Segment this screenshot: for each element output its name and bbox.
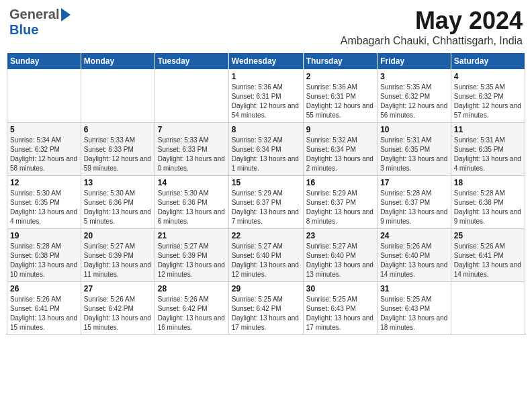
logo: General Blue bbox=[9, 7, 71, 38]
day-info: Sunrise: 5:26 AMSunset: 6:40 PMDaylight:… bbox=[380, 242, 448, 279]
day-number: 10 bbox=[380, 125, 448, 134]
day-info: Sunrise: 5:25 AMSunset: 6:43 PMDaylight:… bbox=[306, 295, 374, 332]
day-number: 20 bbox=[84, 231, 152, 240]
day-info: Sunrise: 5:27 AMSunset: 6:39 PMDaylight:… bbox=[158, 242, 226, 279]
day-number: 15 bbox=[232, 178, 300, 187]
day-number: 13 bbox=[84, 178, 152, 187]
day-number: 8 bbox=[232, 125, 300, 134]
calendar-cell: 2Sunrise: 5:36 AMSunset: 6:31 PMDaylight… bbox=[303, 70, 377, 123]
calendar-cell: 11Sunrise: 5:31 AMSunset: 6:35 PMDayligh… bbox=[451, 123, 525, 176]
day-info: Sunrise: 5:25 AMSunset: 6:42 PMDaylight:… bbox=[232, 295, 300, 332]
day-info: Sunrise: 5:31 AMSunset: 6:35 PMDaylight:… bbox=[380, 136, 448, 173]
day-info: Sunrise: 5:32 AMSunset: 6:34 PMDaylight:… bbox=[306, 136, 374, 173]
day-info: Sunrise: 5:30 AMSunset: 6:36 PMDaylight:… bbox=[158, 189, 226, 226]
day-number: 11 bbox=[454, 125, 522, 134]
day-number: 18 bbox=[454, 178, 522, 187]
day-number: 29 bbox=[232, 284, 300, 293]
day-info: Sunrise: 5:28 AMSunset: 6:37 PMDaylight:… bbox=[380, 189, 448, 226]
calendar-cell: 21Sunrise: 5:27 AMSunset: 6:39 PMDayligh… bbox=[154, 229, 228, 282]
day-number: 4 bbox=[454, 72, 522, 81]
day-number: 21 bbox=[158, 231, 226, 240]
day-number: 9 bbox=[306, 125, 374, 134]
day-number: 26 bbox=[10, 284, 78, 293]
day-number: 28 bbox=[158, 284, 226, 293]
day-info: Sunrise: 5:32 AMSunset: 6:34 PMDaylight:… bbox=[232, 136, 300, 173]
day-info: Sunrise: 5:27 AMSunset: 6:40 PMDaylight:… bbox=[306, 242, 374, 279]
calendar-cell: 20Sunrise: 5:27 AMSunset: 6:39 PMDayligh… bbox=[81, 229, 154, 282]
calendar-cell: 3Sunrise: 5:35 AMSunset: 6:32 PMDaylight… bbox=[378, 70, 451, 123]
day-number: 17 bbox=[380, 178, 448, 187]
calendar-cell: 17Sunrise: 5:28 AMSunset: 6:37 PMDayligh… bbox=[378, 176, 451, 229]
calendar-cell: 15Sunrise: 5:29 AMSunset: 6:37 PMDayligh… bbox=[228, 176, 303, 229]
day-number: 31 bbox=[380, 284, 448, 293]
day-number: 14 bbox=[158, 178, 226, 187]
day-header-tuesday: Tuesday bbox=[154, 53, 228, 70]
page-header: General Blue May 2024 Ambagarh Chauki, C… bbox=[7, 7, 525, 47]
day-info: Sunrise: 5:28 AMSunset: 6:38 PMDaylight:… bbox=[10, 242, 78, 279]
day-number: 5 bbox=[10, 125, 78, 134]
calendar-cell: 22Sunrise: 5:27 AMSunset: 6:40 PMDayligh… bbox=[228, 229, 303, 282]
day-header-friday: Friday bbox=[378, 53, 451, 70]
day-info: Sunrise: 5:36 AMSunset: 6:31 PMDaylight:… bbox=[232, 83, 300, 120]
calendar-cell: 10Sunrise: 5:31 AMSunset: 6:35 PMDayligh… bbox=[378, 123, 451, 176]
calendar-cell bbox=[154, 70, 228, 123]
day-number: 16 bbox=[306, 178, 374, 187]
day-info: Sunrise: 5:33 AMSunset: 6:33 PMDaylight:… bbox=[84, 136, 152, 173]
calendar-cell: 23Sunrise: 5:27 AMSunset: 6:40 PMDayligh… bbox=[303, 229, 377, 282]
day-number: 19 bbox=[10, 231, 78, 240]
day-info: Sunrise: 5:27 AMSunset: 6:40 PMDaylight:… bbox=[232, 242, 300, 279]
logo-blue: Blue bbox=[9, 22, 38, 37]
calendar-cell: 27Sunrise: 5:26 AMSunset: 6:42 PMDayligh… bbox=[81, 282, 154, 335]
day-number: 23 bbox=[306, 231, 374, 240]
calendar-cell: 14Sunrise: 5:30 AMSunset: 6:36 PMDayligh… bbox=[154, 176, 228, 229]
day-number: 2 bbox=[306, 72, 374, 81]
calendar-table: SundayMondayTuesdayWednesdayThursdayFrid… bbox=[7, 52, 525, 335]
day-info: Sunrise: 5:29 AMSunset: 6:37 PMDaylight:… bbox=[232, 189, 300, 226]
logo-general: General bbox=[9, 7, 59, 22]
day-info: Sunrise: 5:28 AMSunset: 6:38 PMDaylight:… bbox=[454, 189, 522, 226]
day-number: 22 bbox=[232, 231, 300, 240]
calendar-cell: 9Sunrise: 5:32 AMSunset: 6:34 PMDaylight… bbox=[303, 123, 377, 176]
calendar-cell: 24Sunrise: 5:26 AMSunset: 6:40 PMDayligh… bbox=[378, 229, 451, 282]
calendar-cell: 1Sunrise: 5:36 AMSunset: 6:31 PMDaylight… bbox=[228, 70, 303, 123]
day-info: Sunrise: 5:26 AMSunset: 6:41 PMDaylight:… bbox=[454, 242, 522, 279]
calendar-cell: 8Sunrise: 5:32 AMSunset: 6:34 PMDaylight… bbox=[228, 123, 303, 176]
day-info: Sunrise: 5:35 AMSunset: 6:32 PMDaylight:… bbox=[454, 83, 522, 120]
calendar-cell: 19Sunrise: 5:28 AMSunset: 6:38 PMDayligh… bbox=[7, 229, 81, 282]
calendar-cell: 7Sunrise: 5:33 AMSunset: 6:33 PMDaylight… bbox=[154, 123, 228, 176]
day-info: Sunrise: 5:34 AMSunset: 6:32 PMDaylight:… bbox=[10, 136, 78, 173]
day-header-thursday: Thursday bbox=[303, 53, 377, 70]
day-number: 1 bbox=[232, 72, 300, 81]
calendar-cell bbox=[7, 70, 81, 123]
month-year: May 2024 bbox=[341, 7, 523, 35]
location: Ambagarh Chauki, Chhattisgarh, India bbox=[341, 35, 523, 47]
day-header-monday: Monday bbox=[81, 53, 154, 70]
day-number: 7 bbox=[158, 125, 226, 134]
calendar-cell: 26Sunrise: 5:26 AMSunset: 6:41 PMDayligh… bbox=[7, 282, 81, 335]
day-number: 27 bbox=[84, 284, 152, 293]
calendar-cell: 28Sunrise: 5:26 AMSunset: 6:42 PMDayligh… bbox=[154, 282, 228, 335]
logo-arrow bbox=[61, 8, 71, 21]
calendar-cell: 31Sunrise: 5:25 AMSunset: 6:43 PMDayligh… bbox=[378, 282, 451, 335]
title-block: May 2024 Ambagarh Chauki, Chhattisgarh, … bbox=[341, 7, 523, 47]
calendar-cell bbox=[81, 70, 154, 123]
day-header-wednesday: Wednesday bbox=[228, 53, 303, 70]
calendar-cell: 4Sunrise: 5:35 AMSunset: 6:32 PMDaylight… bbox=[451, 70, 525, 123]
calendar-cell: 29Sunrise: 5:25 AMSunset: 6:42 PMDayligh… bbox=[228, 282, 303, 335]
calendar-cell: 25Sunrise: 5:26 AMSunset: 6:41 PMDayligh… bbox=[451, 229, 525, 282]
day-info: Sunrise: 5:36 AMSunset: 6:31 PMDaylight:… bbox=[306, 83, 374, 120]
calendar-cell: 16Sunrise: 5:29 AMSunset: 6:37 PMDayligh… bbox=[303, 176, 377, 229]
day-info: Sunrise: 5:25 AMSunset: 6:43 PMDaylight:… bbox=[380, 295, 448, 332]
day-info: Sunrise: 5:26 AMSunset: 6:41 PMDaylight:… bbox=[10, 295, 78, 332]
day-info: Sunrise: 5:26 AMSunset: 6:42 PMDaylight:… bbox=[84, 295, 152, 332]
day-number: 6 bbox=[84, 125, 152, 134]
day-number: 3 bbox=[380, 72, 448, 81]
day-info: Sunrise: 5:30 AMSunset: 6:35 PMDaylight:… bbox=[10, 189, 78, 226]
calendar-cell: 12Sunrise: 5:30 AMSunset: 6:35 PMDayligh… bbox=[7, 176, 81, 229]
day-info: Sunrise: 5:35 AMSunset: 6:32 PMDaylight:… bbox=[380, 83, 448, 120]
calendar-cell: 13Sunrise: 5:30 AMSunset: 6:36 PMDayligh… bbox=[81, 176, 154, 229]
day-info: Sunrise: 5:29 AMSunset: 6:37 PMDaylight:… bbox=[306, 189, 374, 226]
day-info: Sunrise: 5:33 AMSunset: 6:33 PMDaylight:… bbox=[158, 136, 226, 173]
calendar-cell: 30Sunrise: 5:25 AMSunset: 6:43 PMDayligh… bbox=[303, 282, 377, 335]
day-info: Sunrise: 5:27 AMSunset: 6:39 PMDaylight:… bbox=[84, 242, 152, 279]
